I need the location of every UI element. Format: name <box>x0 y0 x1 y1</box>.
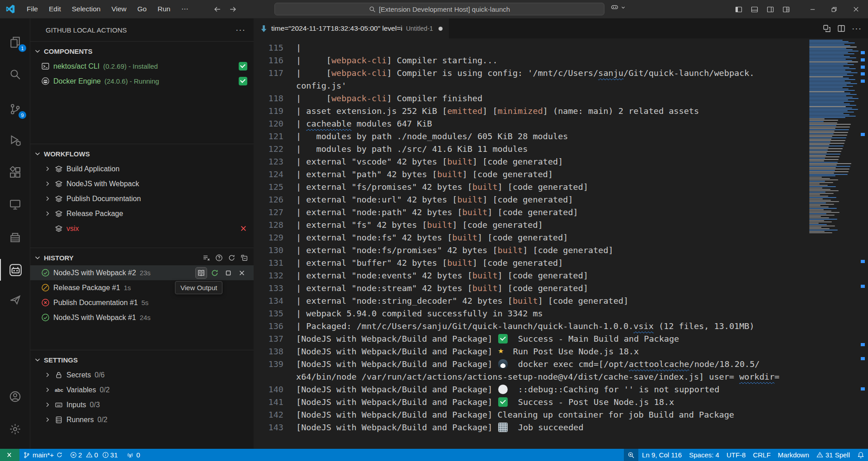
editor-line[interactable]: 125| external "fs/promises" 42 bytes [bu… <box>254 181 809 193</box>
editor-line[interactable]: 136| Packaged: /mnt/c/Users/sanju/Git/qu… <box>254 320 809 333</box>
components-header[interactable]: COMPONENTS <box>30 43 254 59</box>
problems-status[interactable]: 2 0 31 <box>66 449 123 461</box>
editor-line[interactable]: 134| external "node:string_decoder" 42 b… <box>254 295 809 307</box>
settings-row-inputs[interactable]: Inputs 0/3 <box>30 397 254 412</box>
settings-row-runners[interactable]: Runners 0/2 <box>30 412 254 427</box>
workflows-header[interactable]: WORKFLOWS <box>30 146 254 161</box>
editor-line[interactable]: 135| webpack 5.94.0 compiled successfull… <box>254 307 809 320</box>
history-header[interactable]: HISTORY <box>30 250 254 265</box>
editor-line[interactable]: 124| external "path" 42 bytes [built] [c… <box>254 168 809 181</box>
notifications-status[interactable] <box>854 449 868 461</box>
cursor-position-status[interactable]: Ln 9, Col 116 <box>638 449 685 461</box>
encoding-status[interactable]: UTF-8 <box>723 449 750 461</box>
editor-line[interactable]: 119| asset extension.js 252 KiB [emitted… <box>254 105 809 118</box>
remote-indicator[interactable] <box>0 449 19 461</box>
toggle-secondary-sidebar-icon[interactable] <box>762 0 778 19</box>
zoom-status[interactable] <box>624 449 638 461</box>
editor-more-actions-icon[interactable]: ··· <box>852 24 862 33</box>
menu-edit[interactable]: Edit <box>44 3 66 15</box>
settings-row-variables[interactable]: abc Variables 0/2 <box>30 382 254 397</box>
editor-line[interactable]: 127| external "node:path" 42 bytes [buil… <box>254 206 809 219</box>
indentation-status[interactable]: Spaces: 4 <box>685 449 723 461</box>
activitybar-explorer[interactable]: 1 <box>0 31 30 53</box>
git-branch-status[interactable]: main*+ <box>19 449 66 461</box>
view-output-icon[interactable] <box>196 268 207 278</box>
restore-button[interactable] <box>824 0 844 19</box>
spell-checker-status[interactable]: 31 Spell <box>813 449 854 461</box>
minimize-button[interactable] <box>802 0 823 19</box>
workflow-row-publish-documentation[interactable]: Publish Documentation <box>30 191 254 206</box>
tab-untitled-1[interactable]: time="2024-11-17T18:32:43-05:00" level=i… <box>254 19 449 38</box>
component-row-act-cli[interactable]: nektos/act CLI (0.2.69) - Installed <box>30 59 254 74</box>
refresh-icon[interactable] <box>227 253 236 263</box>
help-icon[interactable] <box>214 253 224 263</box>
toggle-primary-sidebar-icon[interactable] <box>731 0 746 19</box>
eol-status[interactable]: CRLF <box>749 449 774 461</box>
editor-lines[interactable]: 115|116| [webpack-cli] Compiler starting… <box>254 42 809 434</box>
editor-line[interactable]: 140[NodeJS with Webpack/Build and Packag… <box>254 383 809 396</box>
activitybar-containers[interactable] <box>0 226 30 248</box>
editor-line[interactable]: 118| [webpack-cli] Compiler finished <box>254 92 809 105</box>
editor-line[interactable]: 120| cacheable modules 647 KiB <box>254 118 809 130</box>
editor-line[interactable]: 133| external "node:stream" 42 bytes [bu… <box>254 282 809 295</box>
editor-line[interactable]: 139[NodeJS with Webpack/Build and Packag… <box>254 358 809 371</box>
copilot-menu[interactable] <box>610 4 626 11</box>
activitybar-source-control[interactable]: 9 <box>0 98 30 120</box>
forward-arrow-icon[interactable] <box>225 4 241 14</box>
editor-line[interactable]: 142[NodeJS with Webpack/Build and Packag… <box>254 409 809 421</box>
editor-line[interactable]: 128| external "fs" 42 bytes [built] [cod… <box>254 219 809 231</box>
menu-run[interactable]: Run <box>152 3 175 15</box>
editor-line[interactable]: 115| <box>254 42 809 54</box>
activitybar-settings[interactable] <box>0 418 30 440</box>
editor-line[interactable]: x64/bin/node /var/run/act/actions/action… <box>254 371 809 383</box>
language-mode-status[interactable]: Markdown <box>774 449 813 461</box>
menu-view[interactable]: View <box>106 3 131 15</box>
rerun-icon[interactable] <box>209 268 220 278</box>
overview-ruler[interactable] <box>857 38 868 449</box>
settings-row-secrets[interactable]: Secrets 0/6 <box>30 367 254 382</box>
editor-line[interactable]: 131| external "buffer" 42 bytes [built] … <box>254 257 809 269</box>
settings-header[interactable]: SETTINGS <box>30 352 254 367</box>
editor-line[interactable]: config.js' <box>254 80 809 92</box>
editor-line[interactable]: 138[NodeJS with Webpack/Build and Packag… <box>254 345 809 358</box>
editor-line[interactable]: 117| [webpack-cli] Compiler is using con… <box>254 67 809 80</box>
menu-go[interactable]: Go <box>132 3 152 15</box>
activitybar-extensions[interactable] <box>0 161 30 183</box>
activitybar-deploy[interactable] <box>0 289 30 310</box>
sidebar-more-actions-icon[interactable]: ··· <box>236 25 245 35</box>
editor-line[interactable]: 137[NodeJS with Webpack/Build and Packag… <box>254 333 809 345</box>
modified-indicator[interactable] <box>439 27 443 31</box>
editor-line[interactable]: 116| [webpack-cli] Compiler starting... <box>254 54 809 67</box>
workflow-row-release-package[interactable]: Release Package <box>30 206 254 221</box>
split-editor-icon[interactable] <box>837 24 845 33</box>
editor[interactable]: 115|116| [webpack-cli] Compiler starting… <box>254 38 868 449</box>
open-changes-icon[interactable] <box>823 24 831 33</box>
ports-status[interactable]: 0 <box>123 449 143 461</box>
history-row-nodejs-webpack-2[interactable]: NodeJS with Webpack #2 23s <box>30 265 254 280</box>
back-arrow-icon[interactable] <box>209 4 225 14</box>
activitybar-accounts[interactable] <box>0 386 30 407</box>
command-center[interactable]: [Extension Development Host] quick-launc… <box>274 3 604 15</box>
history-row-publish-documentation-1[interactable]: Publish Documentation #1 5s <box>30 295 254 310</box>
editor-line[interactable]: 122| modules by path ./src/ 41.6 KiB 11 … <box>254 143 809 155</box>
editor-line[interactable]: 132| external "node:events" 42 bytes [bu… <box>254 269 809 282</box>
menu-selection[interactable]: Selection <box>67 3 106 15</box>
activitybar-remote-explorer[interactable] <box>0 193 30 215</box>
activitybar-search[interactable] <box>0 63 30 85</box>
editor-line[interactable]: 123| external "vscode" 42 bytes [built] … <box>254 155 809 168</box>
editor-line[interactable]: 143[NodeJS with Webpack/Build and Packag… <box>254 421 809 434</box>
menu-file[interactable]: File <box>22 3 43 15</box>
activitybar-github-local-actions[interactable] <box>0 259 30 281</box>
editor-line[interactable]: 121| modules by path ./node_modules/ 605… <box>254 130 809 143</box>
editor-line[interactable]: 126| external "node:url" 42 bytes [built… <box>254 193 809 206</box>
workflow-row-vsix[interactable]: vsix <box>30 221 254 236</box>
minimap[interactable] <box>809 40 857 449</box>
close-window-button[interactable] <box>845 0 866 19</box>
history-row-nodejs-webpack-1[interactable]: NodeJS with Webpack #1 24s <box>30 310 254 325</box>
workflow-row-build-application[interactable]: Build Application <box>30 161 254 176</box>
activitybar-run-debug[interactable] <box>0 129 30 151</box>
toggle-panel-icon[interactable] <box>746 0 762 19</box>
clear-history-icon[interactable] <box>202 253 211 263</box>
menu-more-icon[interactable]: ⋯ <box>176 3 193 15</box>
editor-line[interactable]: 129| external "node:fs" 42 bytes [built]… <box>254 231 809 244</box>
